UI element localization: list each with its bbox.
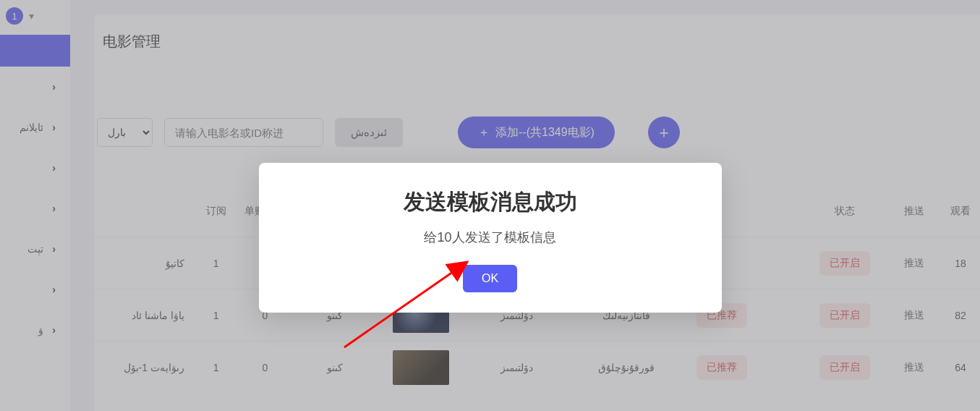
- modal-title: 发送模板消息成功: [273, 187, 707, 217]
- modal-body: 给10人发送了模板信息: [273, 229, 707, 246]
- modal-overlay[interactable]: 发送模板消息成功 给10人发送了模板信息 OK: [0, 0, 980, 411]
- ok-button[interactable]: OK: [463, 265, 517, 292]
- success-modal: 发送模板消息成功 给10人发送了模板信息 OK: [259, 163, 722, 313]
